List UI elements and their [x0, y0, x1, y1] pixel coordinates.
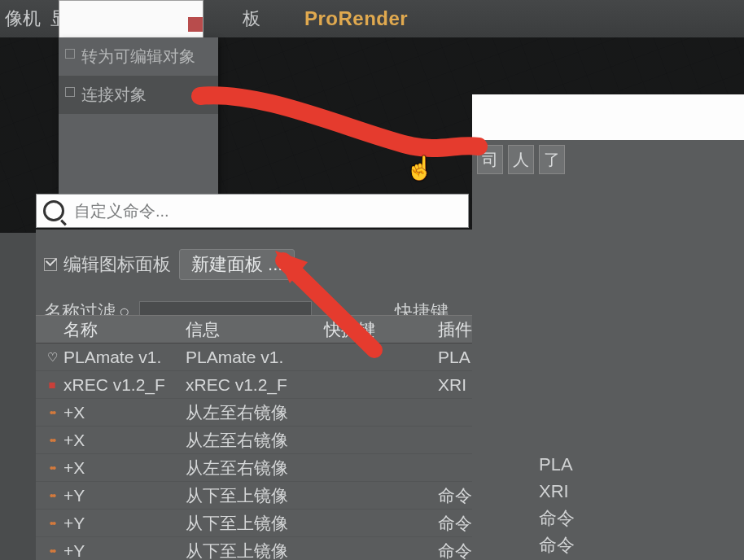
- menu-item-icon: [65, 49, 75, 59]
- cell-info: 从下至上镜像: [186, 512, 324, 535]
- dots-icon: ••: [41, 433, 63, 447]
- col-shortcut[interactable]: 快捷键: [324, 318, 438, 341]
- cell-info: 从左至右镜像: [186, 401, 324, 424]
- right-panel: 司 人 了 PLAXRI命令命令命令: [472, 94, 744, 560]
- dots-icon: ••: [41, 488, 63, 502]
- right-plugin-cell: PLA: [539, 451, 575, 478]
- cell-name: xREC v1.2_F: [63, 375, 186, 395]
- cell-name: PLAmate v1.: [63, 348, 186, 367]
- dots-icon: ••: [41, 544, 63, 558]
- right-btn-2[interactable]: 人: [508, 145, 534, 174]
- menu-panel[interactable]: 板: [238, 7, 265, 31]
- right-plugin-cell: 命令: [539, 505, 575, 532]
- right-btn-3[interactable]: 了: [539, 145, 565, 174]
- cell-name: +Y: [63, 541, 186, 561]
- cell-info: 从下至上镜像: [186, 540, 324, 561]
- dots-icon: ••: [41, 405, 63, 419]
- right-white-box: [472, 94, 744, 140]
- right-plugin-cell: XRI: [539, 478, 575, 505]
- edit-icon-panel-checkbox[interactable]: [44, 258, 57, 271]
- menu-connect-objects[interactable]: 连接对象: [59, 76, 218, 114]
- right-plugin-cell: 命令: [539, 532, 575, 558]
- cell-info: PLAmate v1.: [186, 348, 324, 367]
- cell-info: xREC v1.2_F: [186, 375, 324, 395]
- menu-make-editable[interactable]: 转为可编辑对象: [59, 37, 218, 76]
- command-search[interactable]: 自定义命令...: [36, 194, 469, 228]
- cell-name: +X: [63, 431, 186, 450]
- search-icon: [43, 200, 64, 221]
- menu-prorender[interactable]: ProRender: [300, 7, 413, 30]
- search-placeholder: 自定义命令...: [74, 200, 169, 222]
- cell-name: +Y: [63, 486, 186, 505]
- context-menu: 转为可编辑对象 连接对象: [59, 37, 218, 197]
- right-btn-1[interactable]: 司: [477, 145, 503, 174]
- cell-info: 从下至上镜像: [186, 484, 324, 507]
- menu-item-label: 转为可编辑对象: [81, 47, 195, 65]
- menu-item-icon: [65, 87, 75, 97]
- menu-camera[interactable]: 像机: [0, 7, 46, 31]
- cell-info: 从左至右镜像: [186, 457, 324, 479]
- menu-item-label: 连接对象: [81, 85, 147, 103]
- new-panel-button[interactable]: 新建面板 ...: [179, 249, 295, 280]
- cell-name: +X: [63, 403, 186, 422]
- popup-white-box: [59, 0, 204, 39]
- cell-info: 从左至右镜像: [186, 429, 324, 452]
- dots-icon: ••: [41, 516, 63, 530]
- col-name[interactable]: 名称: [63, 318, 186, 341]
- edit-icon-panel-label: 编辑图标面板: [63, 252, 171, 277]
- record-icon: ■: [41, 378, 63, 392]
- dots-icon: ••: [41, 461, 63, 475]
- col-info[interactable]: 信息: [186, 318, 324, 341]
- cell-name: +Y: [63, 514, 186, 533]
- cell-name: +X: [63, 458, 186, 478]
- heart-icon: ♡: [41, 350, 63, 365]
